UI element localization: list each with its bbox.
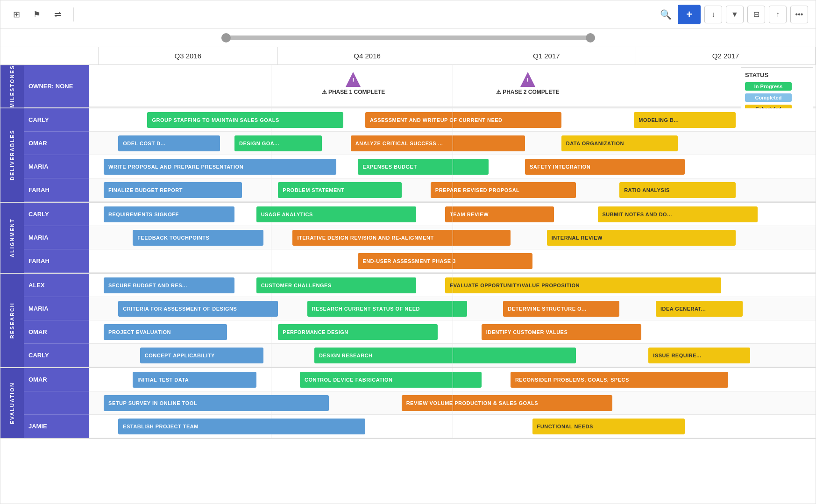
section-label-evaluation: EVALUATION <box>0 368 24 438</box>
task-customer-challenges[interactable]: CUSTOMER CHALLENGES <box>256 277 416 293</box>
task-idea-generate[interactable]: IDEA GENERAT... <box>656 301 743 317</box>
task-team-review[interactable]: TEAM REVIEW <box>445 206 554 222</box>
research-row-3: CONCEPT APPLICABILITY DESIGN RESEARCH IS… <box>89 344 816 367</box>
timeline-slider-track[interactable] <box>221 35 595 40</box>
owner-empty-e <box>24 391 89 415</box>
owner-omar-d: OMAR <box>24 132 89 155</box>
header-spacer <box>0 47 99 64</box>
task-concept-applicability[interactable]: CONCEPT APPLICABILITY <box>140 348 263 363</box>
quarter-q1-2017: Q1 2017 <box>457 47 637 64</box>
task-reconsider-problems[interactable]: RECONSIDER PROBLEMS, GOALS, SPECS <box>511 372 729 388</box>
milestones-owner-col: OWNER: NONE <box>24 65 89 107</box>
task-design-goa[interactable]: DESIGN GOA... <box>234 135 322 151</box>
research-row-1: CRITERIA FOR ASSESSMENT OF DESIGNS RESEA… <box>89 297 816 320</box>
section-deliverables: DELIVERABLES CARLY OMAR MARIA FARAH GROU… <box>0 108 816 203</box>
deliverables-row-1: ODEL COST D... DESIGN GOA... ANALYZE CRI… <box>89 132 816 155</box>
section-alignment: ALIGNMENT CARLY MARIA FARAH REQUIREMENTS… <box>0 203 816 274</box>
task-issue-require[interactable]: ISSUE REQUIRE... <box>648 348 750 363</box>
flag-button[interactable]: ⚑ <box>28 6 45 23</box>
task-assessment-writeup[interactable]: ASSESSMENT AND WRITEUP OF CURRENT NEED <box>365 112 561 128</box>
evaluation-owner-col: OMAR JAMIE <box>24 368 89 438</box>
exclaim-icon-2: ! <box>526 77 528 84</box>
owner-maria-a: MARIA <box>24 226 89 249</box>
deliverables-owner-col: CARLY OMAR MARIA FARAH <box>24 108 89 202</box>
task-expenses-budget[interactable]: EXPENSES BUDGET <box>358 159 489 175</box>
task-feedback-touchpoints[interactable]: FEEDBACK TOUCHPOINTS <box>133 230 263 246</box>
slider-fill <box>221 35 595 40</box>
task-criteria-assessment[interactable]: CRITERIA FOR ASSESSMENT OF DESIGNS <box>118 301 278 317</box>
research-row-0: SECURE BUDGET AND RES... CUSTOMER CHALLE… <box>89 274 816 297</box>
task-safety-integration[interactable]: SAFETY INTEGRATION <box>525 159 685 175</box>
alignment-row-0: REQUIREMENTS SIGNOFF USAGE ANALYTICS TEA… <box>89 203 816 226</box>
owner-carly-d1: CARLY <box>24 108 89 132</box>
task-internal-review[interactable]: INTERNAL REVIEW <box>547 230 736 246</box>
status-completed-badge: Completed <box>745 93 792 102</box>
task-research-current-status[interactable]: RESEARCH CURRENT STATUS OF NEED <box>307 301 467 317</box>
owner-farah-d: FARAH <box>24 178 89 202</box>
task-finalize-budget[interactable]: FINALIZE BUDGET REPORT <box>104 182 241 198</box>
table-button[interactable]: ⊟ <box>747 6 765 23</box>
owner-omar-e: OMAR <box>24 368 89 391</box>
task-submit-notes[interactable]: SUBMIT NOTES AND DO... <box>598 206 758 222</box>
task-project-evaluation[interactable]: PROJECT EVALUATION <box>104 324 227 340</box>
filter-button[interactable]: ▼ <box>726 6 744 23</box>
grid-view-button[interactable]: ⊞ <box>8 6 25 23</box>
section-research: RESEARCH ALEX MARIA OMAR CARLY SECURE BU… <box>0 274 816 368</box>
task-odel-cost[interactable]: ODEL COST D... <box>118 135 220 151</box>
task-performance-design[interactable]: PERFORMANCE DESIGN <box>278 324 438 340</box>
evaluation-row-2: ESTABLISH PROJECT TEAM FUNCTIONAL NEEDS <box>89 415 816 438</box>
research-rows: SECURE BUDGET AND RES... CUSTOMER CHALLE… <box>89 274 816 367</box>
owner-farah-a: FARAH <box>24 249 89 273</box>
task-determine-structure[interactable]: DETERMINE STRUCTURE O... <box>503 301 619 317</box>
task-ratio-analysis[interactable]: RATIO ANALYSIS <box>619 182 736 198</box>
task-problem-statement[interactable]: PROBLEM STATEMENT <box>278 182 401 198</box>
slider-thumb-left[interactable] <box>221 33 231 43</box>
task-identify-customer-values[interactable]: IDENTIFY CUSTOMER VALUES <box>482 324 641 340</box>
milestones-rows: ! ⚠ PHASE 1 COMPLETE ! ⚠ PHASE 2 COMPLET… <box>89 65 816 107</box>
upload-button[interactable]: ↑ <box>769 6 787 23</box>
alignment-rows: REQUIREMENTS SIGNOFF USAGE ANALYTICS TEA… <box>89 203 816 273</box>
more-button[interactable]: ••• <box>790 6 808 23</box>
connections-button[interactable]: ⇌ <box>49 6 66 23</box>
research-row-2: PROJECT EVALUATION PERFORMANCE DESIGN ID… <box>89 320 816 344</box>
owner-maria-r: MARIA <box>24 297 89 320</box>
task-write-proposal[interactable]: WRITE PROPOSAL AND PREPARE PRESENTATION <box>104 159 336 175</box>
status-in-progress-badge: In Progress <box>745 82 792 91</box>
task-secure-budget[interactable]: SECURE BUDGET AND RES... <box>104 277 234 293</box>
task-setup-survey[interactable]: SETUP SURVEY IN ONLINE TOOL <box>104 395 329 411</box>
section-label-research: RESEARCH <box>0 274 24 367</box>
slider-thumb-right[interactable] <box>586 33 595 43</box>
task-iterative-design[interactable]: ITERATIVE DESIGN REVISION AND RE-ALIGNME… <box>292 230 511 246</box>
evaluation-row-1: SETUP SURVEY IN ONLINE TOOL REVIEW VOLUM… <box>89 391 816 415</box>
task-review-volume[interactable]: REVIEW VOLUME PRODUCTION & SALES GOALS <box>402 395 612 411</box>
status-completed-item: Completed <box>745 93 809 102</box>
task-design-research[interactable]: DESIGN RESEARCH <box>314 348 576 363</box>
task-usage-analytics[interactable]: USAGE ANALYTICS <box>256 206 416 222</box>
search-button[interactable]: 🔍 <box>657 6 674 23</box>
task-initial-test-data[interactable]: INITIAL TEST DATA <box>133 372 256 388</box>
task-establish-project-team[interactable]: ESTABLISH PROJECT TEAM <box>118 419 365 434</box>
task-requirements-signoff[interactable]: REQUIREMENTS SIGNOFF <box>104 206 234 222</box>
deliverables-row-2: WRITE PROPOSAL AND PREPARE PRESENTATION … <box>89 155 816 178</box>
task-functional-needs[interactable]: FUNCTIONAL NEEDS <box>532 419 685 434</box>
task-modeling[interactable]: MODELING B... <box>634 112 736 128</box>
toolbar: ⊞ ⚑ ⇌ 🔍 + ↓ ▼ ⊟ ↑ ••• <box>0 0 816 28</box>
milestone-triangle-phase1: ! <box>346 72 361 87</box>
section-label-deliverables: DELIVERABLES <box>0 108 24 202</box>
download-button[interactable]: ↓ <box>704 6 722 23</box>
research-owner-col: ALEX MARIA OMAR CARLY <box>24 274 89 367</box>
deliverables-rows: GROUP STAFFING TO MAINTAIN SALES GOALS A… <box>89 108 816 202</box>
add-button[interactable]: + <box>678 5 701 24</box>
quarter-q4-2016: Q4 2016 <box>278 47 457 64</box>
task-end-user-assessment[interactable]: END-USER ASSESSMENT PHASE 3 <box>358 253 532 269</box>
task-analyze-critical[interactable]: ANALYZE CRITICAL SUCCESS ... <box>351 135 525 151</box>
task-evaluate-opportunity[interactable]: EVALUATE OPPORTUNITY/VALUE PROPOSITION <box>445 277 721 293</box>
section-milestones: MILESTONES OWNER: NONE ! <box>0 65 816 108</box>
task-group-staffing[interactable]: GROUP STAFFING TO MAINTAIN SALES GOALS <box>147 112 343 128</box>
task-data-organization[interactable]: DATA ORGANIZATION <box>561 135 678 151</box>
task-control-device-fab[interactable]: CONTROL DEVICE FABRICATION <box>300 372 482 388</box>
milestone-phase1-label: ⚠ PHASE 1 COMPLETE <box>322 89 385 95</box>
evaluation-row-0: INITIAL TEST DATA CONTROL DEVICE FABRICA… <box>89 368 816 391</box>
toolbar-separator-1 <box>73 7 74 21</box>
task-prepare-revised[interactable]: PREPARE REVISED PROPOSAL <box>431 182 576 198</box>
